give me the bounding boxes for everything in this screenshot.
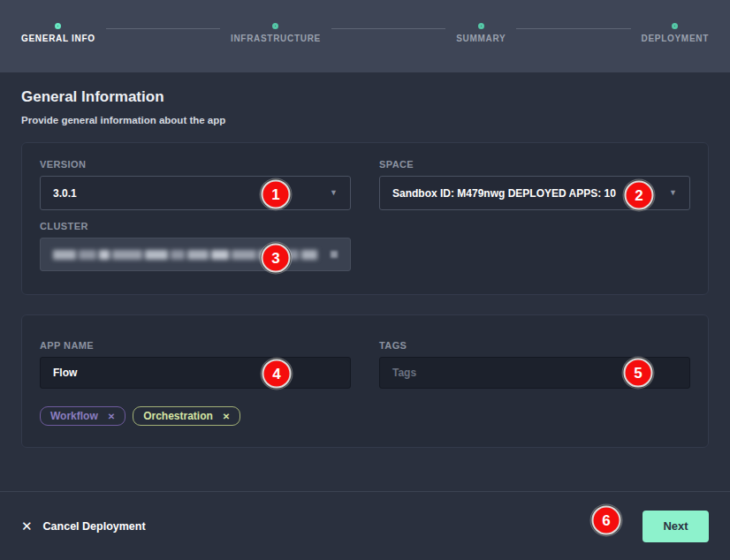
tag-chip-label: Orchestration [143,410,213,422]
chevron-down-icon: ▼ [669,189,677,197]
remove-tag-icon[interactable]: ✕ [108,412,115,421]
page-title: General Information [21,88,709,106]
footer-actions: Next [643,511,709,542]
step-summary[interactable]: SUMMARY [456,0,506,43]
page-subtitle: Provide general information about the ap… [21,115,709,125]
general-info-panel: VERSION 3.0.1 ▼ CLUSTER SPACE [21,142,709,295]
step-dot-icon [672,23,678,29]
close-icon: ✕ [21,519,33,533]
step-dot-icon [55,23,61,29]
app-name-label: APP NAME [40,340,351,351]
cluster-label: CLUSTER [40,221,351,231]
tags-placeholder: Tags [392,367,416,379]
annotation-marker-3: 3 [262,244,291,273]
step-infrastructure[interactable]: INFRASTRUCTURE [231,0,321,43]
redacted-caret-icon [331,251,338,258]
version-field-group: VERSION 3.0.1 ▼ CLUSTER [40,159,351,271]
step-connector-line [106,28,220,29]
step-label: DEPLOYMENT [642,34,709,43]
step-connector-line [331,28,445,29]
annotation-marker-1: 1 [262,180,291,209]
chevron-down-icon: ▼ [330,189,338,197]
app-name-input[interactable]: Flow [40,357,351,389]
step-label: SUMMARY [456,34,506,43]
tag-chip-orchestration: Orchestration ✕ [133,406,240,426]
space-label: SPACE [379,159,690,170]
app-name-value: Flow [53,367,77,379]
annotation-marker-2: 2 [625,181,654,210]
app-name-field-group: APP NAME Flow [40,340,351,389]
cluster-field-group: CLUSTER [40,221,351,271]
space-field-group: SPACE Sandbox ID: M479nwg DEPLOYED APPS:… [379,159,690,271]
cancel-deployment-label: Cancel Deployment [43,520,146,533]
naming-panel: APP NAME Flow TAGS Tags Workflow ✕ Orche… [21,314,709,448]
next-button[interactable]: Next [643,511,709,542]
tag-chip-workflow: Workflow ✕ [40,406,125,426]
space-value: Sandbox ID: M479nwg DEPLOYED APPS: 10 [392,187,616,200]
cancel-deployment-button[interactable]: ✕ Cancel Deployment [21,519,146,533]
wizard-footer: ✕ Cancel Deployment Next [0,491,730,560]
tags-label: TAGS [379,340,690,351]
version-select[interactable]: 3.0.1 ▼ [40,176,351,210]
version-value: 3.0.1 [53,187,77,200]
step-label: INFRASTRUCTURE [231,34,321,43]
step-general-info[interactable]: GENERAL INFO [21,0,95,43]
step-deployment[interactable]: DEPLOYMENT [642,0,709,43]
version-label: VERSION [40,159,351,170]
annotation-marker-5: 5 [624,359,653,388]
cluster-field[interactable] [40,238,351,271]
deployment-wizard: GENERAL INFO INFRASTRUCTURE SUMMARY DEPL… [0,0,730,560]
annotation-marker-6: 6 [592,506,621,535]
step-dot-icon [478,23,484,29]
step-dot-icon [272,23,278,29]
wizard-stepper: GENERAL INFO INFRASTRUCTURE SUMMARY DEPL… [0,0,730,72]
tag-chip-list: Workflow ✕ Orchestration ✕ [40,406,690,426]
step-connector-line [516,28,630,29]
step-label: GENERAL INFO [21,34,95,43]
annotation-marker-4: 4 [262,359,292,389]
remove-tag-icon[interactable]: ✕ [223,412,230,421]
tag-chip-label: Workflow [50,410,98,422]
